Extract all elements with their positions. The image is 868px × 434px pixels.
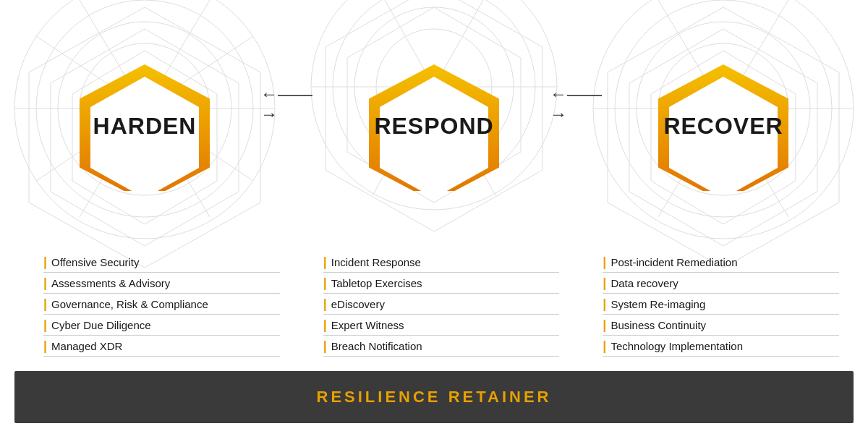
recover-services: Post-incident Remediation Data recovery … — [574, 252, 854, 357]
recover-label: RECOVER — [663, 113, 783, 140]
list-item: Managed XDR — [43, 336, 280, 357]
list-item: Expert Witness — [323, 315, 560, 336]
services-section: Offensive Security Assessments & Advisor… — [0, 252, 868, 364]
list-item: Governance, Risk & Compliance — [43, 294, 280, 315]
resilience-banner: RESILIENCE RETAINER — [14, 371, 854, 423]
list-item: Assessments & Advisory — [43, 273, 280, 294]
harden-label: HARDEN — [93, 113, 197, 140]
list-item: System Re-imaging — [603, 294, 839, 315]
list-item: Data recovery — [603, 273, 839, 294]
list-item: Business Continuity — [603, 315, 839, 336]
recover-hex: RECOVER — [651, 61, 796, 191]
arrow-2: ←——→ — [550, 84, 608, 124]
list-item: Technology Implementation — [603, 336, 839, 357]
respond-service-list: Incident Response Tabletop Exercises eDi… — [302, 252, 567, 357]
respond-label: RESPOND — [374, 113, 493, 140]
harden-service-list: Offensive Security Assessments & Advisor… — [22, 252, 287, 357]
list-item: Incident Response — [323, 252, 560, 273]
list-item: Offensive Security — [43, 252, 280, 273]
list-item: Breach Notification — [323, 336, 560, 357]
list-item: Tabletop Exercises — [323, 273, 560, 294]
respond-hex: RESPOND — [362, 61, 506, 191]
list-item: Cyber Due Diligence — [43, 315, 280, 336]
respond-column: RESPOND — [318, 61, 550, 205]
recover-column: RECOVER — [608, 61, 839, 205]
harden-hex: HARDEN — [72, 61, 217, 191]
hexagons-section: HARDEN ←——→ — [0, 0, 868, 252]
list-item: Post-incident Remediation — [603, 252, 839, 273]
list-item: eDiscovery — [323, 294, 560, 315]
recover-service-list: Post-incident Remediation Data recovery … — [581, 252, 846, 357]
banner-text: RESILIENCE RETAINER — [317, 388, 552, 407]
respond-services: Incident Response Tabletop Exercises eDi… — [294, 252, 574, 357]
harden-services: Offensive Security Assessments & Advisor… — [14, 252, 294, 357]
arrow-1: ←——→ — [260, 84, 318, 124]
harden-column: HARDEN — [29, 61, 260, 205]
